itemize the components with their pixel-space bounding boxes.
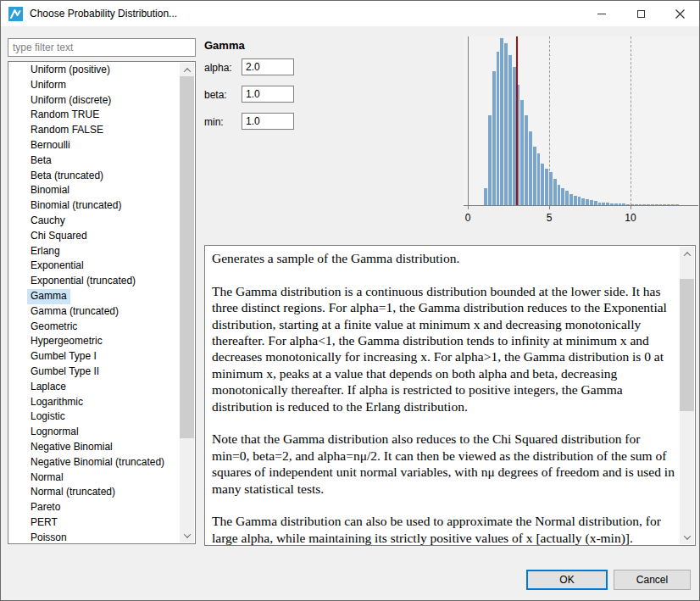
list-item[interactable]: Gamma	[8, 289, 180, 304]
description-paragraph: Generates a sample of the Gamma distribu…	[212, 250, 678, 266]
histogram-bar	[553, 179, 557, 206]
description-box[interactable]: Generates a sample of the Gamma distribu…	[204, 245, 696, 546]
list-item[interactable]: Poisson	[8, 531, 180, 544]
anylogic-logo-icon	[8, 7, 23, 21]
scroll-up-icon[interactable]	[680, 247, 694, 261]
histogram-bar	[610, 203, 614, 205]
x-axis-tick-label: 10	[625, 212, 636, 224]
histogram-bar	[667, 204, 670, 205]
description-text: Generates a sample of the Gamma distribu…	[205, 246, 680, 545]
scroll-down-icon[interactable]	[680, 530, 694, 544]
list-item[interactable]: Lognormal	[8, 425, 180, 440]
maximize-button[interactable]	[621, 1, 660, 26]
histogram-bar	[565, 191, 569, 205]
list-item[interactable]: Exponential (truncated)	[8, 274, 180, 289]
histogram-bar	[537, 153, 541, 205]
dashed-gridline	[549, 36, 550, 205]
histogram-bar	[492, 71, 496, 205]
list-item[interactable]: Random TRUE	[8, 108, 180, 123]
list-item[interactable]: Beta	[8, 153, 180, 169]
histogram-bar	[655, 204, 658, 205]
scroll-up-icon[interactable]	[180, 63, 194, 77]
list-scrollbar[interactable]	[180, 63, 194, 543]
histogram-bar	[659, 204, 663, 205]
histogram-bar	[602, 203, 605, 205]
description-scrollbar-thumb[interactable]	[680, 279, 694, 411]
scroll-down-icon[interactable]	[180, 528, 194, 543]
list-item[interactable]: Binomial (truncated)	[8, 198, 180, 214]
list-item[interactable]: Normal (truncated)	[8, 485, 180, 500]
histogram-bar	[578, 197, 581, 205]
list-item[interactable]: Geometric	[8, 320, 180, 335]
min-field[interactable]	[242, 113, 294, 130]
description-scrollbar[interactable]	[680, 247, 694, 544]
list-item[interactable]: PERT	[8, 515, 180, 531]
minimize-button[interactable]	[582, 1, 621, 26]
alpha-label: alpha:	[204, 62, 232, 74]
list-item[interactable]: Gamma (truncated)	[8, 304, 180, 320]
histogram-bar	[590, 200, 593, 205]
close-button[interactable]	[660, 1, 699, 26]
x-axis-tick	[549, 206, 550, 209]
histogram-bar	[642, 204, 646, 205]
list-item[interactable]: Bernoulli	[8, 138, 180, 153]
histogram-bar	[675, 204, 679, 205]
list-item[interactable]: Exponential	[8, 259, 180, 274]
histogram-bar	[533, 147, 536, 205]
histogram-bar	[651, 204, 654, 205]
filter-input[interactable]	[8, 38, 196, 57]
histogram-bar	[561, 188, 564, 205]
histogram-bar	[500, 38, 503, 205]
list-item[interactable]: Gumbel Type II	[8, 364, 180, 380]
x-axis-tick	[468, 206, 469, 209]
list-item[interactable]: Binomial	[8, 183, 180, 198]
histogram-bar	[647, 204, 650, 205]
list-item[interactable]: Erlang	[8, 244, 180, 259]
list-item[interactable]: Hypergeometric	[8, 334, 180, 349]
histogram-bar	[614, 203, 618, 205]
detail-title: Gamma	[204, 39, 245, 52]
list-item[interactable]: Random FALSE	[8, 123, 180, 138]
alpha-field[interactable]	[242, 58, 294, 75]
ok-button[interactable]: OK	[526, 570, 608, 590]
histogram-bar	[581, 198, 585, 205]
x-axis-tick	[631, 206, 631, 209]
description-paragraph: The Gamma distribution is a continuous d…	[212, 283, 678, 415]
list-item[interactable]: Uniform	[8, 78, 180, 93]
list-item[interactable]: Chi Squared	[8, 229, 180, 244]
dashed-gridline	[631, 36, 631, 205]
list-item[interactable]: Logistic	[8, 409, 180, 425]
list-item[interactable]: Uniform (positive)	[8, 63, 180, 78]
histogram-bar	[594, 201, 597, 205]
list-item[interactable]: Negative Binomial	[8, 440, 180, 455]
titlebar[interactable]: Choose Probability Distribution...	[1, 1, 699, 26]
list-item[interactable]: Uniform (discrete)	[8, 93, 180, 109]
minimize-icon	[597, 14, 606, 14]
histogram-bar	[622, 203, 625, 205]
distribution-items: Uniform (positive)UniformUniform (discre…	[8, 63, 180, 544]
cancel-button[interactable]: Cancel	[614, 570, 691, 590]
list-item[interactable]: Logarithmic	[8, 395, 180, 410]
distribution-list[interactable]: Uniform (positive)UniformUniform (discre…	[8, 61, 196, 544]
histogram-bar	[488, 115, 492, 205]
mean-line	[516, 36, 518, 205]
histogram-bar	[520, 100, 524, 205]
maximize-icon	[637, 10, 645, 18]
list-item[interactable]: Cauchy	[8, 214, 180, 229]
list-item[interactable]: Gumbel Type I	[8, 349, 180, 364]
histogram-bar	[635, 204, 638, 205]
histogram-bar	[508, 55, 512, 205]
window-title: Choose Probability Distribution...	[30, 8, 582, 19]
list-item[interactable]: Negative Binomial (truncated)	[8, 455, 180, 470]
list-item[interactable]: Pareto	[8, 500, 180, 515]
list-item[interactable]: Laplace	[8, 380, 180, 395]
histogram-bar	[671, 204, 675, 205]
list-scrollbar-thumb[interactable]	[180, 76, 194, 438]
histogram-bar	[484, 188, 487, 205]
list-item[interactable]: Normal	[8, 470, 180, 486]
beta-field[interactable]	[242, 86, 294, 103]
list-item[interactable]: Beta (truncated)	[8, 169, 180, 184]
x-axis-tick-label: 5	[547, 212, 553, 224]
x-axis-tick-label: 0	[465, 212, 471, 224]
histogram-bar	[558, 185, 561, 205]
